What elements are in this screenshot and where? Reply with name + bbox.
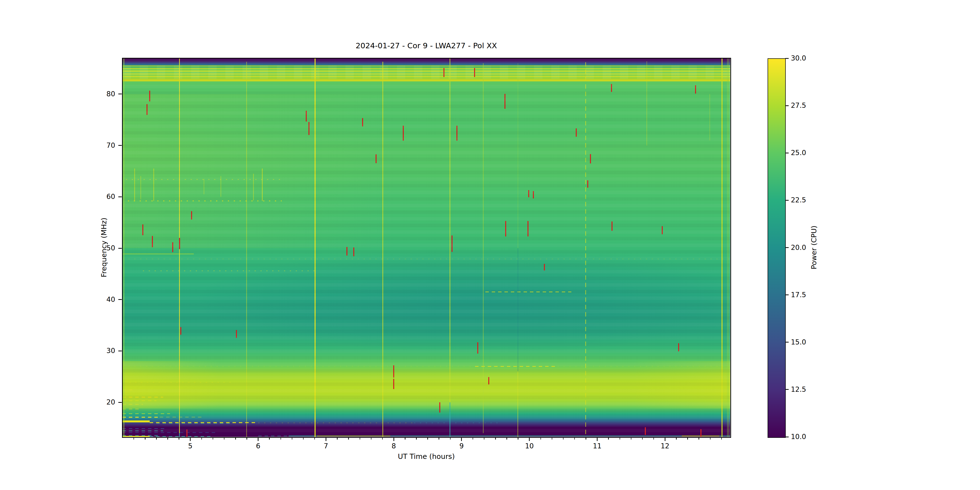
- x-minor-tick: [642, 438, 643, 439]
- x-minor-tick: [405, 438, 406, 439]
- x-minor-tick: [563, 438, 564, 439]
- x-major-tick: [665, 438, 665, 441]
- x-tick-label: 9: [460, 443, 464, 450]
- v-line-feature: [204, 179, 204, 194]
- y-tick-label: 50: [81, 245, 115, 251]
- rfi-red-marker: [393, 379, 394, 389]
- x-minor-tick: [178, 438, 179, 439]
- rfi-red-marker: [662, 226, 663, 234]
- rfi-red-marker: [695, 85, 696, 94]
- v-line-feature: [483, 63, 484, 433]
- h-line-feature: [485, 291, 571, 292]
- rfi-red-marker: [544, 264, 545, 270]
- h-line-feature: [123, 432, 218, 433]
- x-tick-label: 11: [593, 443, 602, 450]
- x-minor-tick: [687, 438, 688, 439]
- rfi-red-marker: [528, 190, 529, 197]
- y-major-tick: [118, 299, 122, 300]
- h-line-feature: [123, 409, 139, 409]
- h-line-feature: [129, 382, 231, 383]
- colorbar-tick: [785, 294, 789, 295]
- h-line-feature: [317, 436, 390, 437]
- x-minor-tick: [280, 438, 281, 439]
- rfi-red-marker: [146, 104, 148, 115]
- h-line-feature: [123, 420, 150, 422]
- x-minor-tick: [439, 438, 439, 439]
- colorbar-tick: [785, 105, 789, 106]
- x-minor-tick: [450, 438, 451, 439]
- x-minor-tick: [484, 438, 485, 439]
- colorbar-label: Power (CPU): [810, 226, 818, 269]
- figure: 2024-01-27 - Cor 9 - LWA277 - Pol XX 567…: [0, 0, 980, 490]
- colorbar-tick: [785, 247, 789, 248]
- x-minor-tick: [676, 438, 677, 439]
- rfi-red-marker: [439, 402, 440, 412]
- colorbar-tick-label: 27.5: [791, 102, 806, 109]
- v-line-feature: [450, 402, 450, 437]
- rfi-red-marker: [576, 128, 577, 137]
- v-line-feature: [179, 433, 180, 437]
- rfi-red-marker: [444, 68, 444, 77]
- h-line-feature: [128, 200, 282, 201]
- x-minor-tick: [608, 438, 609, 439]
- x-minor-tick: [213, 438, 213, 439]
- rfi-red-marker: [191, 211, 192, 220]
- h-line-feature: [143, 270, 319, 271]
- h-line-feature: [123, 397, 163, 398]
- v-line-feature: [140, 176, 141, 199]
- v-line-feature: [722, 59, 722, 437]
- colorbar-tick-label: 20.0: [791, 244, 806, 251]
- v-line-feature: [246, 62, 247, 437]
- v-line-feature: [518, 63, 518, 248]
- x-axis-label: UT Time (hours): [123, 452, 730, 461]
- rfi-red-marker: [403, 126, 404, 141]
- h-line-feature: [123, 413, 170, 414]
- rfi-red-marker: [353, 247, 354, 256]
- h-line-feature: [160, 417, 204, 417]
- rfi-red-marker: [236, 330, 237, 337]
- rfi-red-marker: [347, 247, 347, 256]
- x-minor-tick: [235, 438, 236, 439]
- rfi-red-marker: [611, 84, 612, 92]
- h-line-feature: [123, 76, 730, 76]
- x-minor-tick: [167, 438, 168, 439]
- y-major-tick: [118, 196, 122, 197]
- x-minor-tick: [292, 438, 293, 439]
- v-line-feature: [647, 61, 647, 146]
- y-major-tick: [118, 145, 122, 146]
- rfi-red-marker: [533, 191, 534, 198]
- x-minor-tick: [314, 438, 315, 439]
- h-line-feature: [123, 80, 730, 81]
- rfi-red-marker: [590, 154, 591, 164]
- x-minor-tick: [224, 438, 225, 439]
- x-minor-tick: [552, 438, 552, 439]
- v-line-feature: [517, 371, 518, 437]
- spectrogram-plot-area: [123, 58, 730, 437]
- x-minor-tick: [506, 438, 507, 439]
- v-line-feature: [253, 174, 254, 200]
- x-minor-tick: [382, 438, 383, 439]
- rfi-red-marker: [309, 122, 309, 135]
- v-line-feature: [134, 169, 135, 201]
- x-minor-tick: [698, 438, 699, 439]
- x-minor-tick: [348, 438, 349, 439]
- y-major-tick: [118, 94, 122, 94]
- colorbar-tick: [785, 437, 789, 438]
- x-minor-tick: [585, 438, 586, 439]
- x-minor-tick: [247, 438, 247, 439]
- rfi-red-marker: [152, 236, 153, 247]
- x-minor-tick: [518, 438, 519, 439]
- colorbar-tick-label: 17.5: [791, 291, 806, 298]
- rfi-red-marker: [587, 180, 588, 188]
- x-tick-label: 12: [660, 443, 669, 450]
- v-line-feature: [382, 62, 383, 437]
- rfi-red-marker: [700, 429, 702, 437]
- h-line-feature: [414, 423, 502, 423]
- y-axis-label: Frequency (MHz): [100, 218, 108, 277]
- x-minor-tick: [710, 438, 711, 439]
- colorbar-tick: [785, 153, 789, 153]
- x-minor-tick: [631, 438, 632, 439]
- rfi-red-marker: [186, 430, 188, 437]
- v-line-feature: [315, 59, 315, 437]
- x-minor-tick: [654, 438, 654, 439]
